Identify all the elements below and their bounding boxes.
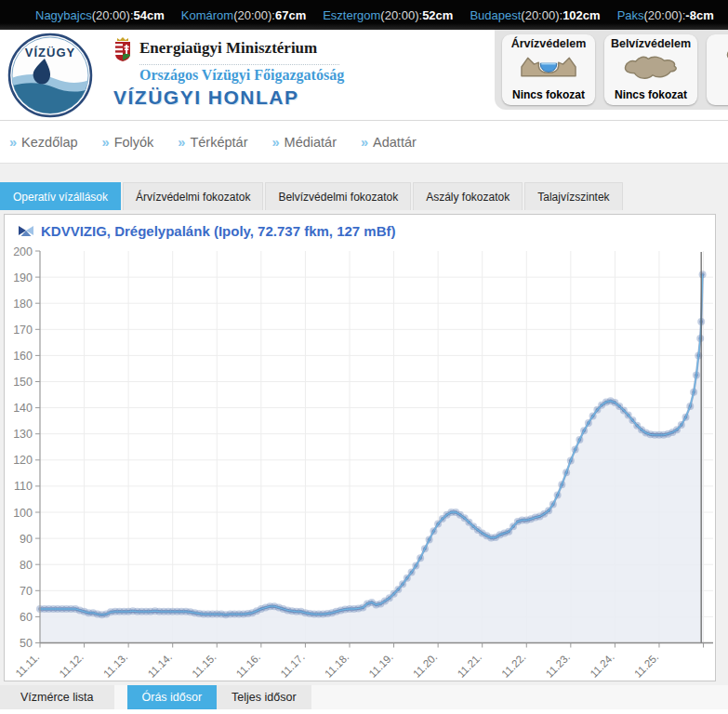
- bottom-tab-teljes-idosor[interactable]: Teljes idősor: [217, 685, 311, 709]
- svg-text:11.17.: 11.17.: [278, 651, 306, 679]
- svg-text:11.25.: 11.25.: [632, 651, 660, 679]
- ticker-station-paks[interactable]: Paks(20:00):-8cm: [617, 8, 714, 22]
- svg-text:11.20.: 11.20.: [411, 651, 439, 679]
- inland-water-defense-card[interactable]: Belvízvédelem Nincs fokozat: [604, 34, 697, 105]
- ticker-station-budapest[interactable]: Budapest(20:00):102cm: [470, 8, 600, 22]
- svg-text:11.14.: 11.14.: [146, 651, 174, 679]
- svg-text:170: 170: [13, 324, 33, 337]
- tab-aszaly-fokozatok[interactable]: Aszály fokozatok: [413, 182, 523, 210]
- svg-text:11.19.: 11.19.: [366, 651, 394, 679]
- station-value: 52cm: [422, 8, 453, 22]
- svg-text:70: 70: [20, 585, 33, 598]
- flood-defense-card[interactable]: Árvízvédelem Nincs fokozat: [502, 34, 595, 105]
- partial-status-card[interactable]: I.: [707, 34, 728, 105]
- station-time: (20:00):: [644, 8, 686, 22]
- svg-text:100: 100: [13, 507, 33, 520]
- nav-item-label: Médiatár: [285, 135, 337, 150]
- svg-text:130: 130: [13, 428, 33, 441]
- station-name: Esztergom: [323, 8, 380, 22]
- svg-text:11.22.: 11.22.: [499, 651, 527, 679]
- station-name: Komárom: [181, 8, 233, 22]
- site-title: VÍZÜGYI HONLAP: [113, 86, 392, 109]
- ticker-station-nagybajcs[interactable]: Nagybajcs(20:00):54cm: [35, 8, 165, 22]
- nav-item-adattar[interactable]: »Adattár: [361, 135, 417, 150]
- chart-panel: KDVVIZIG, Drégelypalánk (Ipoly, 72.737 f…: [4, 214, 716, 681]
- ticker-station-esztergom[interactable]: Esztergom(20:00):52cm: [323, 8, 453, 22]
- svg-text:140: 140: [13, 402, 33, 415]
- ministry-name: Energiaügyi Minisztérium: [139, 37, 317, 58]
- water-level-chart[interactable]: 5060708090100110120130140150160170180190…: [5, 239, 715, 681]
- brand-divider: [139, 64, 339, 65]
- vizugy-logo[interactable]: VÍZÜGY: [7, 33, 93, 122]
- brand-block: Energiaügyi Minisztérium Országos Vízügy…: [113, 37, 392, 109]
- svg-text:11.16.: 11.16.: [234, 651, 262, 679]
- svg-text:190: 190: [13, 271, 33, 284]
- svg-text:11.13.: 11.13.: [101, 651, 129, 679]
- hungary-map-icon: [724, 38, 728, 72]
- nav-item-terkeptar[interactable]: »Térképtár: [178, 135, 247, 150]
- hungarian-coat-of-arms-icon: [113, 37, 132, 61]
- svg-text:160: 160: [13, 350, 33, 363]
- bottom-tabbar: Vízmérce listaÓrás idősorTeljes idősor: [0, 685, 728, 709]
- chevrons-icon: »: [178, 135, 185, 150]
- defense-status-cards: Árvízvédelem Nincs fokozat Belvízvédelem…: [495, 30, 728, 110]
- ticker-station-komarom[interactable]: Komárom(20:00):67cm: [181, 8, 306, 22]
- nav-item-label: Térképtár: [190, 135, 247, 150]
- nav-item-folyok[interactable]: »Folyók: [102, 135, 154, 150]
- nav-item-label: Kezdőlap: [21, 135, 77, 150]
- station-value: -8cm: [685, 8, 713, 22]
- svg-text:200: 200: [13, 245, 33, 258]
- svg-text:60: 60: [20, 611, 33, 624]
- bottom-tab-vizmerce-lista[interactable]: Vízmérce lista: [0, 685, 114, 709]
- station-name: Paks: [617, 8, 644, 22]
- station-time: (20:00):: [233, 8, 275, 22]
- vizugy-logo-icon: VÍZÜGY: [7, 33, 93, 118]
- tab-belvizvedelmi-fokozatok[interactable]: Belvízvédelmi fokozatok: [265, 182, 411, 210]
- svg-text:11.15.: 11.15.: [190, 651, 218, 679]
- bottom-tab-oras-idosor[interactable]: Órás idősor: [127, 685, 218, 709]
- chevrons-icon: »: [271, 135, 279, 150]
- station-time: (20:00):: [380, 8, 422, 22]
- nav-item-mediatar[interactable]: »Médiatár: [271, 135, 337, 150]
- station-name: Nagybajcs: [35, 8, 92, 22]
- riverbed-icon: [520, 51, 577, 85]
- hungary-map-icon: [622, 51, 680, 85]
- content-tabbar: Operatív vízállásokÁrvízvédelmi fokozato…: [0, 182, 728, 210]
- svg-text:11.12.: 11.12.: [57, 651, 85, 679]
- tab-operativ-vizallasok[interactable]: Operatív vízállások: [0, 182, 121, 210]
- station-logo-icon: [18, 223, 34, 238]
- flood-defense-title: Árvízvédelem: [502, 37, 595, 50]
- chevrons-icon: »: [9, 135, 17, 150]
- chart-title: KDVVIZIG, Drégelypalánk (Ipoly, 72.737 f…: [41, 223, 396, 239]
- svg-text:11.23.: 11.23.: [544, 651, 572, 679]
- nav-item-label: Adattár: [373, 135, 417, 150]
- svg-text:11.21.: 11.21.: [456, 651, 483, 679]
- inland-water-defense-status: Nincs fokozat: [604, 88, 697, 101]
- svg-text:90: 90: [20, 533, 33, 546]
- organization-name: Országos Vízügyi Főigazgatóság: [139, 67, 392, 84]
- chevrons-icon: »: [102, 135, 110, 150]
- svg-text:120: 120: [13, 454, 33, 467]
- svg-text:80: 80: [20, 559, 33, 572]
- water-level-ticker: Nagybajcs(20:00):54cmKomárom(20:00):67cm…: [0, 0, 728, 30]
- site-header: VÍZÜGY Energiaügyi Minisztérium Országos…: [0, 30, 728, 121]
- svg-text:VÍZÜGY: VÍZÜGY: [25, 46, 75, 60]
- tab-arvizvedelmi-fokozatok[interactable]: Árvízvédelmi fokozatok: [123, 182, 263, 210]
- tab-talajvizszintek[interactable]: Talajvízszintek: [524, 182, 622, 210]
- nav-item-label: Folyók: [114, 135, 154, 150]
- nav-item-kezdolap[interactable]: »Kezdőlap: [9, 135, 78, 150]
- svg-text:150: 150: [13, 376, 33, 389]
- station-value: 54cm: [134, 8, 165, 22]
- station-name: Budapest: [470, 8, 521, 22]
- svg-text:11.18.: 11.18.: [323, 651, 351, 679]
- station-time: (20:00):: [92, 8, 134, 22]
- footer-strip: [0, 709, 728, 714]
- inland-water-defense-title: Belvízvédelem: [604, 37, 697, 50]
- station-value: 102cm: [563, 8, 600, 22]
- svg-text:180: 180: [13, 298, 33, 311]
- svg-text:11.11.: 11.11.: [14, 651, 42, 679]
- svg-text:11.24.: 11.24.: [588, 651, 615, 679]
- main-nav: »Kezdőlap»Folyók»Térképtár»Médiatár»Adat…: [0, 121, 728, 164]
- partial-card-status: I.: [707, 75, 728, 88]
- station-value: 67cm: [275, 8, 306, 22]
